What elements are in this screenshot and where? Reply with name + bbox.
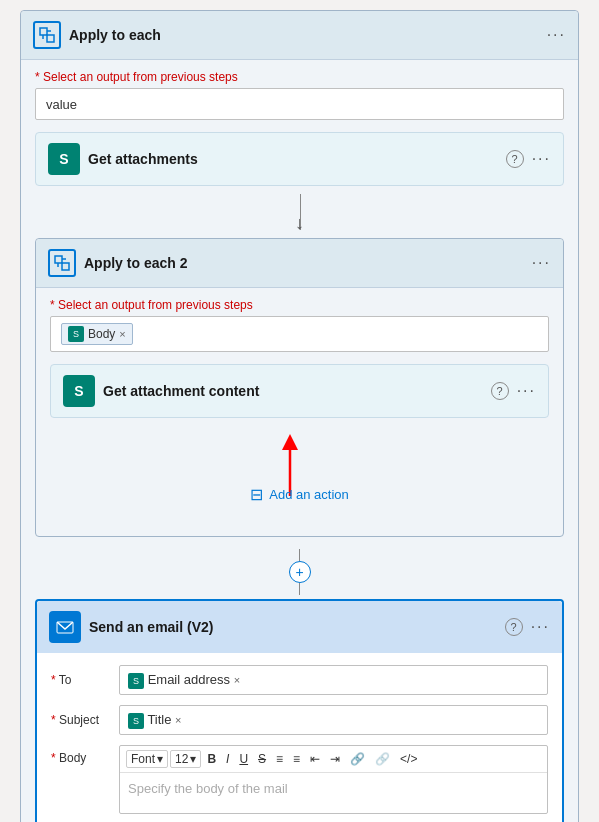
connector-1: ↓ — [35, 194, 564, 230]
indent-button[interactable]: ⇥ — [326, 750, 344, 768]
body-editor[interactable]: Font ▾ 12 ▾ B I U S ≡ ≡ — [119, 745, 548, 814]
output-field-inner[interactable]: S Body × — [50, 316, 549, 352]
get-attachment-content-header: S Get attachment content ? ··· — [51, 365, 548, 417]
sharepoint-subject-icon: S — [128, 713, 144, 729]
sharepoint-chip-icon: S — [68, 326, 84, 342]
send-email-header: Send an email (V2) ? ··· — [37, 601, 562, 653]
get-attachments-title: Get attachments — [88, 151, 498, 167]
underline-button[interactable]: U — [235, 750, 252, 768]
get-attachment-content-help[interactable]: ? — [491, 382, 509, 400]
get-attachments-menu[interactable]: ··· — [532, 150, 551, 168]
foreach-icon-2 — [48, 249, 76, 277]
title-chip-close[interactable]: × — [175, 714, 181, 726]
send-email-help[interactable]: ? — [505, 618, 523, 636]
email-address-chip-close[interactable]: × — [234, 674, 240, 686]
add-action-icon-1: ⊟ — [250, 485, 263, 504]
apply-to-each-inner: Apply to each 2 ··· Select an output fro… — [35, 238, 564, 537]
bold-button[interactable]: B — [203, 750, 220, 768]
send-email-menu[interactable]: ··· — [531, 618, 550, 636]
plus-connector: + — [35, 545, 564, 599]
list-button-1[interactable]: ≡ — [272, 750, 287, 768]
svg-rect-4 — [55, 256, 62, 263]
get-attachment-content-card: S Get attachment content ? ··· — [50, 364, 549, 418]
svg-marker-9 — [282, 434, 298, 450]
body-chip-label: Body — [88, 327, 115, 341]
apply-inner-body: Select an output from previous steps S B… — [36, 288, 563, 526]
sharepoint-icon-1: S — [48, 143, 80, 175]
apply-to-each-outer: Apply to each ··· Select an output from … — [20, 10, 579, 822]
title-chip-label: Title — [147, 712, 171, 727]
get-attachments-header: S Get attachments ? ··· — [36, 133, 563, 185]
send-email-card: Send an email (V2) ? ··· To S Email addr… — [35, 599, 564, 822]
subject-label: Subject — [51, 713, 111, 727]
strikethrough-button[interactable]: S — [254, 750, 270, 768]
italic-button[interactable]: I — [222, 750, 233, 768]
email-address-chip: S Email address × — [128, 672, 240, 689]
connector-line-top — [299, 549, 300, 561]
apply-outer-header: Apply to each ··· — [21, 11, 578, 60]
font-size-chevron: ▾ — [190, 752, 196, 766]
to-label: To — [51, 673, 111, 687]
editor-toolbar: Font ▾ 12 ▾ B I U S ≡ ≡ — [120, 746, 547, 773]
connector-line-bottom — [299, 583, 300, 595]
output-label-outer: Select an output from previous steps — [35, 70, 564, 84]
font-chevron: ▾ — [157, 752, 163, 766]
sharepoint-to-icon: S — [128, 673, 144, 689]
apply-outer-actions: ··· — [547, 26, 566, 44]
body-placeholder[interactable]: Specify the body of the mail — [120, 773, 547, 813]
send-email-body: To S Email address × Subject S — [37, 653, 562, 822]
svg-rect-5 — [62, 263, 69, 270]
to-input[interactable]: S Email address × — [119, 665, 548, 695]
get-attachments-card: S Get attachments ? ··· — [35, 132, 564, 186]
body-chip-close[interactable]: × — [119, 328, 125, 340]
font-size-select[interactable]: 12 ▾ — [170, 750, 201, 768]
email-address-chip-label: Email address — [148, 672, 230, 687]
add-action-container-1: ⊟ Add an action — [50, 473, 549, 516]
send-email-title: Send an email (V2) — [89, 619, 497, 635]
output-value-outer: value — [46, 97, 77, 112]
title-chip: S Title × — [128, 712, 182, 729]
outdent-button[interactable]: ⇤ — [306, 750, 324, 768]
svg-rect-0 — [40, 28, 47, 35]
arrow-down-1: ↓ — [295, 213, 304, 234]
apply-outer-menu[interactable]: ··· — [547, 26, 566, 44]
font-label: Font — [131, 752, 155, 766]
apply-inner-header: Apply to each 2 ··· — [36, 239, 563, 288]
font-size-label: 12 — [175, 752, 188, 766]
to-row: To S Email address × — [51, 665, 548, 695]
output-label-inner: Select an output from previous steps — [50, 298, 549, 312]
outlook-icon — [49, 611, 81, 643]
apply-outer-title: Apply to each — [69, 27, 539, 43]
add-action-label-1: Add an action — [269, 487, 349, 502]
output-field-outer[interactable]: value — [35, 88, 564, 120]
code-button[interactable]: </> — [396, 750, 421, 768]
unlink-button[interactable]: 🔗 — [371, 750, 394, 768]
apply-outer-body: Select an output from previous steps val… — [21, 60, 578, 822]
subject-row: Subject S Title × — [51, 705, 548, 735]
apply-inner-title: Apply to each 2 — [84, 255, 524, 271]
font-select[interactable]: Font ▾ — [126, 750, 168, 768]
link-button[interactable]: 🔗 — [346, 750, 369, 768]
add-action-region-1: ⊟ Add an action — [50, 426, 549, 516]
add-action-button-1[interactable]: ⊟ Add an action — [242, 481, 357, 508]
subject-input[interactable]: S Title × — [119, 705, 548, 735]
get-attachment-content-menu[interactable]: ··· — [517, 382, 536, 400]
get-attachments-help[interactable]: ? — [506, 150, 524, 168]
list-button-2[interactable]: ≡ — [289, 750, 304, 768]
apply-inner-menu[interactable]: ··· — [532, 254, 551, 272]
foreach-icon — [33, 21, 61, 49]
plus-circle[interactable]: + — [289, 561, 311, 583]
body-label-text: Body — [51, 745, 111, 765]
sharepoint-icon-2: S — [63, 375, 95, 407]
get-attachment-content-title: Get attachment content — [103, 383, 483, 399]
body-chip: S Body × — [61, 323, 133, 345]
body-row: Body Font ▾ 12 ▾ B I — [51, 745, 548, 814]
svg-rect-1 — [47, 35, 54, 42]
